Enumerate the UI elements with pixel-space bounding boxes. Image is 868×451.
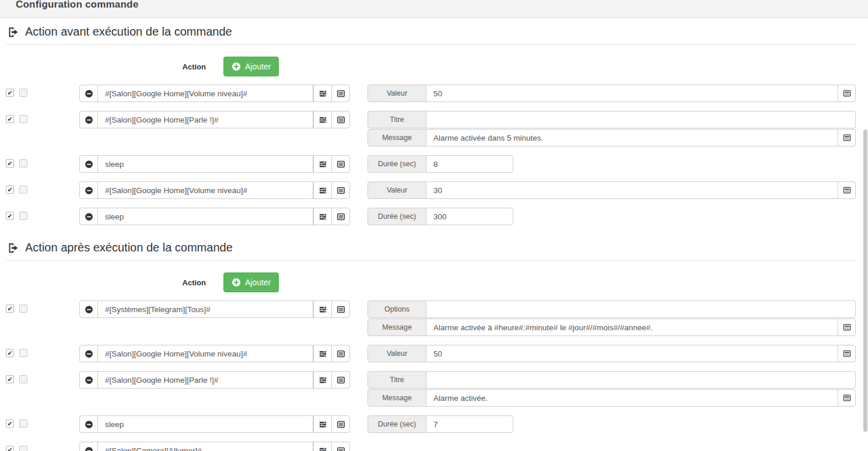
- add-action-button-label: Ajouter: [245, 62, 271, 71]
- command-input-group: [79, 371, 350, 389]
- select-action-button[interactable]: [313, 85, 332, 102]
- remove-action-button[interactable]: [79, 155, 98, 173]
- field-input[interactable]: [426, 181, 838, 199]
- list-command-values-button[interactable]: [331, 371, 350, 389]
- command-input[interactable]: [97, 208, 313, 225]
- command-input[interactable]: [97, 111, 313, 128]
- action-enabled-checkbox[interactable]: ✔: [6, 446, 14, 451]
- field-input[interactable]: [426, 389, 838, 407]
- field-label: Valeur: [368, 85, 426, 102]
- field-helper-button[interactable]: [838, 85, 856, 102]
- page-header: Configuration commande: [0, 0, 868, 18]
- list-alt-icon: [337, 212, 345, 221]
- remove-action-button[interactable]: [79, 181, 98, 199]
- list-alt-icon: [337, 116, 345, 124]
- action-secondary-checkbox[interactable]: [19, 89, 27, 97]
- tasks-icon: [318, 349, 327, 358]
- command-input[interactable]: [97, 415, 313, 433]
- list-helper-icon: [843, 349, 851, 358]
- command-input[interactable]: [97, 371, 313, 389]
- minus-circle-icon: [85, 160, 93, 169]
- command-input-group: [79, 85, 350, 102]
- list-helper-icon: [843, 394, 851, 402]
- action-secondary-checkbox[interactable]: [19, 419, 27, 428]
- list-command-values-button[interactable]: [331, 155, 350, 173]
- select-action-button[interactable]: [313, 111, 332, 128]
- action-enabled-checkbox[interactable]: ✔: [6, 419, 14, 428]
- action-secondary-checkbox[interactable]: [19, 186, 27, 194]
- field-helper-button[interactable]: [838, 319, 856, 336]
- action-row: ✔: [6, 415, 856, 433]
- remove-action-button[interactable]: [79, 300, 98, 318]
- field-input[interactable]: [426, 111, 856, 128]
- list-command-values-button[interactable]: [331, 442, 350, 451]
- action-row: ✔: [6, 442, 856, 451]
- action-row: ✔: [6, 300, 856, 336]
- field-input[interactable]: [426, 155, 513, 173]
- field-helper-button[interactable]: [838, 129, 856, 146]
- action-enabled-checkbox[interactable]: ✔: [6, 186, 14, 194]
- action-enabled-checkbox[interactable]: ✔: [6, 89, 14, 97]
- list-alt-icon: [337, 305, 345, 314]
- command-configuration-page: Configuration commande Action avant exéc…: [0, 0, 868, 451]
- field-input[interactable]: [426, 371, 856, 389]
- remove-action-button[interactable]: [79, 208, 98, 225]
- action-enabled-checkbox[interactable]: ✔: [6, 349, 14, 357]
- select-action-button[interactable]: [313, 345, 332, 362]
- add-action-button[interactable]: Ajouter: [223, 272, 279, 292]
- list-command-values-button[interactable]: [331, 111, 350, 128]
- field-helper-button[interactable]: [838, 181, 856, 199]
- action-label: Action: [6, 62, 206, 71]
- select-action-button[interactable]: [313, 415, 332, 433]
- remove-action-button[interactable]: [79, 111, 98, 128]
- remove-action-button[interactable]: [79, 442, 98, 451]
- action-enabled-checkbox[interactable]: ✔: [6, 159, 14, 167]
- select-action-button[interactable]: [313, 181, 332, 199]
- field-input[interactable]: [426, 208, 513, 225]
- field-input[interactable]: [426, 319, 838, 336]
- list-command-values-button[interactable]: [331, 345, 350, 362]
- remove-action-button[interactable]: [79, 85, 98, 102]
- field-input[interactable]: [426, 300, 856, 318]
- action-secondary-checkbox[interactable]: [19, 159, 27, 167]
- command-input[interactable]: [97, 85, 313, 102]
- select-action-button[interactable]: [313, 208, 332, 225]
- remove-action-button[interactable]: [79, 371, 98, 389]
- select-action-button[interactable]: [313, 155, 332, 173]
- command-input[interactable]: [97, 181, 313, 199]
- vertical-scrollbar-thumb[interactable]: [863, 130, 867, 432]
- action-secondary-checkbox[interactable]: [19, 349, 27, 357]
- action-secondary-checkbox[interactable]: [19, 115, 27, 123]
- action-secondary-checkbox[interactable]: [19, 375, 27, 383]
- command-input[interactable]: [97, 345, 313, 362]
- select-action-button[interactable]: [313, 300, 332, 318]
- action-enabled-checkbox[interactable]: ✔: [6, 305, 14, 313]
- action-enabled-checkbox[interactable]: ✔: [6, 115, 14, 123]
- action-secondary-checkbox[interactable]: [19, 212, 27, 220]
- list-command-values-button[interactable]: [331, 208, 350, 225]
- list-command-values-button[interactable]: [331, 415, 350, 433]
- remove-action-button[interactable]: [79, 415, 98, 433]
- command-input[interactable]: [97, 300, 313, 318]
- remove-action-button[interactable]: [79, 345, 98, 362]
- command-input[interactable]: [97, 442, 313, 451]
- field-input[interactable]: [426, 129, 838, 146]
- select-action-button[interactable]: [313, 442, 332, 451]
- field-helper-button[interactable]: [838, 345, 856, 362]
- list-command-values-button[interactable]: [331, 300, 350, 318]
- list-command-values-button[interactable]: [331, 85, 350, 102]
- field-input[interactable]: [426, 85, 838, 102]
- list-command-values-button[interactable]: [331, 181, 350, 199]
- action-secondary-checkbox[interactable]: [19, 446, 27, 451]
- action-enabled-checkbox[interactable]: ✔: [6, 375, 14, 383]
- command-input[interactable]: [97, 155, 313, 173]
- row-checkboxes: ✔: [6, 345, 79, 357]
- action-secondary-checkbox[interactable]: [19, 305, 27, 313]
- field-input[interactable]: [426, 345, 838, 362]
- field-helper-button[interactable]: [838, 389, 856, 407]
- add-action-button[interactable]: Ajouter: [223, 57, 279, 76]
- field-input[interactable]: [426, 415, 513, 433]
- action-enabled-checkbox[interactable]: ✔: [6, 212, 14, 220]
- option-fields: Valeur: [368, 85, 856, 102]
- select-action-button[interactable]: [313, 371, 332, 389]
